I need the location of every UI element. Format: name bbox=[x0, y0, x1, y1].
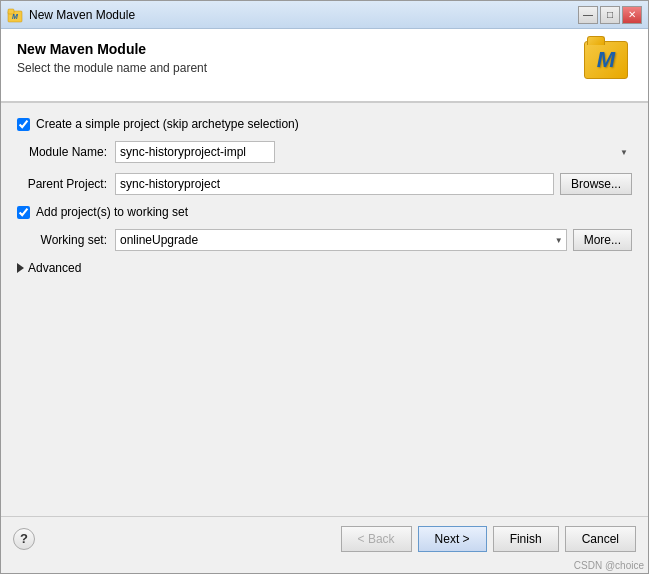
advanced-label: Advanced bbox=[28, 261, 81, 275]
create-simple-label[interactable]: Create a simple project (skip archetype … bbox=[36, 117, 299, 131]
parent-project-row: Parent Project: Browse... bbox=[17, 173, 632, 195]
header-icon: M bbox=[584, 41, 632, 89]
main-window: M New Maven Module — □ ✕ New Maven Modul… bbox=[0, 0, 649, 574]
add-working-set-label[interactable]: Add project(s) to working set bbox=[36, 205, 188, 219]
svg-text:M: M bbox=[12, 13, 18, 20]
maven-folder-icon: M bbox=[584, 41, 628, 79]
browse-button[interactable]: Browse... bbox=[560, 173, 632, 195]
module-name-input-wrap bbox=[115, 141, 632, 163]
working-set-label: Working set: bbox=[17, 233, 107, 247]
help-button[interactable]: ? bbox=[13, 528, 35, 550]
title-buttons: — □ ✕ bbox=[578, 6, 642, 24]
header-text: New Maven Module Select the module name … bbox=[17, 41, 207, 75]
advanced-row[interactable]: Advanced bbox=[17, 261, 632, 275]
create-simple-row: Create a simple project (skip archetype … bbox=[17, 117, 632, 131]
parent-project-label: Parent Project: bbox=[17, 177, 107, 191]
module-name-input[interactable] bbox=[115, 141, 275, 163]
advanced-triangle-icon bbox=[17, 263, 24, 273]
maven-icon: M bbox=[7, 7, 23, 23]
add-working-set-row: Add project(s) to working set bbox=[17, 205, 632, 219]
more-button[interactable]: More... bbox=[573, 229, 632, 251]
footer-buttons: < Back Next > Finish Cancel bbox=[341, 526, 636, 552]
footer: ? < Back Next > Finish Cancel bbox=[1, 516, 648, 560]
parent-project-input[interactable] bbox=[115, 173, 554, 195]
module-name-combo[interactable] bbox=[115, 141, 632, 163]
title-bar-left: M New Maven Module bbox=[7, 7, 135, 23]
cancel-button[interactable]: Cancel bbox=[565, 526, 636, 552]
working-set-select[interactable]: onlineUpgrade bbox=[115, 229, 567, 251]
module-name-label: Module Name: bbox=[17, 145, 107, 159]
footer-left: ? bbox=[13, 528, 35, 550]
close-button[interactable]: ✕ bbox=[622, 6, 642, 24]
finish-button[interactable]: Finish bbox=[493, 526, 559, 552]
add-working-set-checkbox[interactable] bbox=[17, 206, 30, 219]
working-set-row: Working set: onlineUpgrade More... bbox=[17, 229, 632, 251]
create-simple-checkbox[interactable] bbox=[17, 118, 30, 131]
parent-project-input-wrap: Browse... bbox=[115, 173, 632, 195]
spacer bbox=[17, 285, 632, 502]
watermark: CSDN @choice bbox=[1, 560, 648, 573]
window-title: New Maven Module bbox=[29, 8, 135, 22]
header-title: New Maven Module bbox=[17, 41, 207, 57]
icon-m-letter: M bbox=[597, 47, 615, 73]
maximize-button[interactable]: □ bbox=[600, 6, 620, 24]
working-set-input-wrap: onlineUpgrade More... bbox=[115, 229, 632, 251]
back-button[interactable]: < Back bbox=[341, 526, 412, 552]
module-name-row: Module Name: bbox=[17, 141, 632, 163]
header-subtitle: Select the module name and parent bbox=[17, 61, 207, 75]
title-bar: M New Maven Module — □ ✕ bbox=[1, 1, 648, 29]
header-section: New Maven Module Select the module name … bbox=[1, 29, 648, 102]
working-set-combo[interactable]: onlineUpgrade bbox=[115, 229, 567, 251]
content-area: Create a simple project (skip archetype … bbox=[1, 103, 648, 516]
minimize-button[interactable]: — bbox=[578, 6, 598, 24]
next-button[interactable]: Next > bbox=[418, 526, 487, 552]
